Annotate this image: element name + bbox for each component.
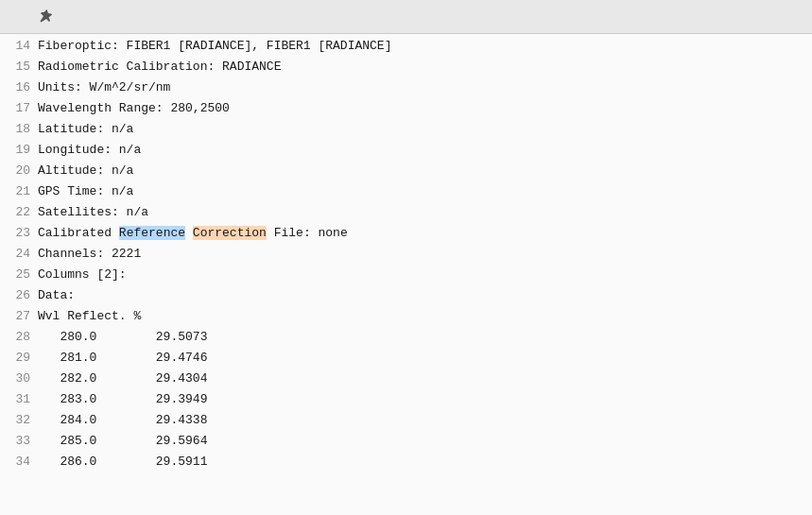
line-number: 17 — [0, 101, 38, 115]
line-number: 19 — [0, 143, 38, 157]
line-row: 32 284.0 29.4338 — [0, 412, 812, 433]
line-text: Data: — [38, 288, 75, 302]
line-text: Radiometric Calibration: RADIANCE — [38, 60, 281, 74]
line-text: GPS Time: n/a — [38, 184, 133, 198]
line-row: 31 283.0 29.3949 — [0, 391, 812, 412]
line-row: 14Fiberoptic: FIBER1 [RADIANCE], FIBER1 … — [0, 38, 812, 59]
line-row: 17Wavelength Range: 280,2500 — [0, 100, 812, 121]
line-text: 282.0 29.4304 — [38, 371, 207, 386]
line-number: 34 — [0, 455, 38, 469]
line-text: Channels: 2221 — [38, 247, 141, 261]
line-row: 30 282.0 29.4304 — [0, 370, 812, 391]
pin-button[interactable] — [36, 8, 55, 26]
line-text: 280.0 29.5073 — [38, 330, 207, 344]
line-text: 286.0 29.5911 — [38, 455, 207, 469]
window: 14Fiberoptic: FIBER1 [RADIANCE], FIBER1 … — [0, 0, 812, 515]
line-row: 24Channels: 2221 — [0, 246, 812, 266]
line-text: Calibrated Reference Correction File: no… — [38, 226, 348, 240]
line-row: 22Satellites: n/a — [0, 204, 812, 225]
line-row: 27Wvl Reflect. % — [0, 308, 812, 329]
line-number: 20 — [0, 163, 38, 178]
line-number: 24 — [0, 247, 38, 261]
line-number: 33 — [0, 434, 38, 448]
reference-highlight: Reference — [119, 226, 185, 240]
line-row: 28 280.0 29.5073 — [0, 329, 812, 350]
line-number: 15 — [0, 60, 38, 74]
line-text: Altitude: n/a — [38, 163, 133, 178]
line-number: 32 — [0, 413, 38, 427]
titlebar — [0, 0, 812, 34]
line-row: 23Calibrated Reference Correction File: … — [0, 225, 812, 246]
line-row: 19Longitude: n/a — [0, 142, 812, 163]
line-number: 29 — [0, 351, 38, 365]
file-content: 14Fiberoptic: FIBER1 [RADIANCE], FIBER1 … — [0, 34, 812, 515]
line-row: 16Units: W/m^2/sr/nm — [0, 79, 812, 100]
line-number: 21 — [0, 184, 38, 198]
line-text: 281.0 29.4746 — [38, 351, 207, 365]
line-number: 23 — [0, 226, 38, 240]
line-text: Fiberoptic: FIBER1 [RADIANCE], FIBER1 [R… — [38, 39, 391, 53]
line-row: 21GPS Time: n/a — [0, 183, 812, 204]
line-text: Wavelength Range: 280,2500 — [38, 101, 230, 115]
line-number: 22 — [0, 205, 38, 219]
line-number: 30 — [0, 371, 38, 386]
line-row: 15Radiometric Calibration: RADIANCE — [0, 59, 812, 79]
line-row: 26Data: — [0, 287, 812, 308]
line-number: 25 — [0, 267, 38, 282]
line-text: Latitude: n/a — [38, 122, 133, 136]
line-text: Wvl Reflect. % — [38, 309, 141, 323]
line-number: 31 — [0, 392, 38, 406]
line-number: 18 — [0, 122, 38, 136]
up-arrow-button[interactable] — [9, 8, 28, 26]
line-text: 285.0 29.5964 — [38, 434, 207, 448]
correction-highlight: Correction — [193, 226, 267, 240]
line-number: 14 — [0, 39, 38, 53]
line-row: 33 285.0 29.5964 — [0, 433, 812, 454]
line-number: 26 — [0, 288, 38, 302]
line-row: 25Columns [2]: — [0, 266, 812, 287]
line-row: 18Latitude: n/a — [0, 121, 812, 142]
line-row: 34 286.0 29.5911 — [0, 454, 812, 474]
pin-icon — [38, 9, 53, 25]
line-row: 29 281.0 29.4746 — [0, 350, 812, 370]
line-text: 283.0 29.3949 — [38, 392, 207, 406]
line-text: 284.0 29.4338 — [38, 413, 207, 427]
line-number: 27 — [0, 309, 38, 323]
line-text: Longitude: n/a — [38, 143, 141, 157]
line-text: Columns [2]: — [38, 267, 127, 282]
line-row: 20Altitude: n/a — [0, 163, 812, 183]
line-number: 16 — [0, 80, 38, 94]
line-text: Satellites: n/a — [38, 205, 148, 219]
line-text: Units: W/m^2/sr/nm — [38, 80, 170, 94]
line-number: 28 — [0, 330, 38, 344]
